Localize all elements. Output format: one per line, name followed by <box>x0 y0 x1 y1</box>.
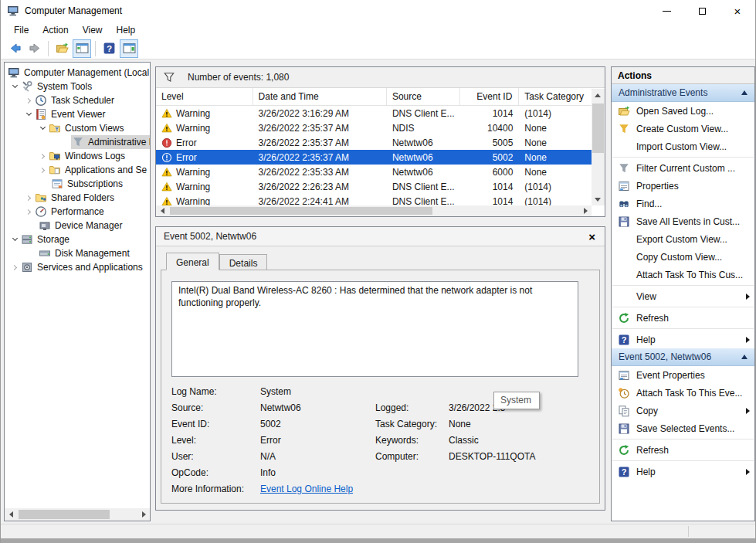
action-find[interactable]: Find... <box>612 195 754 212</box>
expander-open-icon[interactable] <box>8 233 21 246</box>
scroll-left-icon[interactable] <box>5 508 17 521</box>
tree-item-system-tools[interactable]: System Tools <box>5 80 150 93</box>
collapse-section-icon[interactable] <box>741 355 748 359</box>
funnel-icon <box>618 123 630 135</box>
action-open-saved-log[interactable]: Open Saved Log... <box>612 102 754 120</box>
expander-closed-icon[interactable] <box>8 261 21 273</box>
tree-item-storage[interactable]: Storage <box>5 232 150 246</box>
storage-icon <box>21 233 33 246</box>
action-refresh[interactable]: Refresh <box>612 309 754 327</box>
column-task-category[interactable]: Task Category <box>519 88 592 105</box>
action-import-custom-view[interactable]: Import Custom View... <box>612 137 754 155</box>
action-save-all-events[interactable]: Save All Events in Cust... <box>612 212 754 230</box>
tree-item-computer-management[interactable]: Computer Management (Local <box>5 66 150 80</box>
menu-file[interactable]: File <box>7 22 36 38</box>
help-icon <box>618 334 630 346</box>
action-filter-current-custom-view[interactable]: Filter Current Custom ... <box>612 159 754 177</box>
help-button[interactable] <box>100 39 118 58</box>
column-level[interactable]: Level <box>156 88 253 105</box>
scroll-right-icon[interactable] <box>579 205 592 217</box>
column-source[interactable]: Source <box>387 88 460 105</box>
column-date-time[interactable]: Date and Time <box>253 88 387 105</box>
expander-closed-icon[interactable] <box>22 205 35 218</box>
forward-button[interactable] <box>25 39 44 58</box>
tree-item-subscriptions[interactable]: Subscriptions <box>5 177 150 191</box>
tree-item-shared-folders[interactable]: Shared Folders <box>5 191 150 205</box>
action-properties[interactable]: Properties <box>612 177 754 195</box>
event-row[interactable]: Warning 3/26/2022 3:16:29 AM DNS Client … <box>156 106 592 120</box>
close-detail-icon[interactable]: × <box>588 231 595 243</box>
action-attach-task-to-custom-view[interactable]: Attach Task To This Cus... <box>612 266 754 283</box>
tree-item-windows-logs[interactable]: Windows Logs <box>5 149 150 163</box>
expander-closed-icon[interactable] <box>36 150 49 162</box>
tree-item-task-scheduler[interactable]: Task Scheduler <box>5 93 150 107</box>
event-row[interactable]: Warning 3/26/2022 2:26:23 AM DNS Client … <box>156 179 592 194</box>
detail-title-text: Event 5002, Netwtw06 <box>164 231 256 242</box>
scrollbar-thumb[interactable] <box>170 207 432 215</box>
action-help[interactable]: Help <box>612 331 754 348</box>
tree-item-event-viewer[interactable]: Event Viewer <box>5 107 150 121</box>
expander-closed-icon[interactable] <box>36 164 49 176</box>
collapse-section-icon[interactable] <box>741 90 748 95</box>
expander-open-icon[interactable] <box>36 122 49 134</box>
scrollbar-thumb[interactable] <box>592 104 604 153</box>
tree-item-disk-management[interactable]: Disk Management <box>5 246 150 260</box>
event-row[interactable]: Warning 3/26/2022 2:35:37 AM NDIS 10400 … <box>156 120 592 135</box>
scroll-left-icon[interactable] <box>156 205 168 217</box>
close-button[interactable]: × <box>720 0 755 22</box>
action-save-selected-events[interactable]: Save Selected Events... <box>612 419 754 437</box>
windows-logs-icon <box>49 150 61 162</box>
tree-item-administrative-events[interactable]: Administrative E <box>5 135 150 149</box>
event-log-online-help-link[interactable]: Event Log Online Help <box>260 484 353 494</box>
scroll-up-icon[interactable] <box>592 89 604 101</box>
actions-separator <box>612 328 754 329</box>
no-icon <box>618 290 630 303</box>
expander-closed-icon[interactable] <box>22 192 35 204</box>
minimize-button[interactable] <box>649 0 684 22</box>
menu-action[interactable]: Action <box>36 22 75 38</box>
section-header-administrative-events[interactable]: Administrative Events <box>612 84 754 102</box>
show-console-tree-button[interactable] <box>73 39 91 58</box>
action-refresh-event[interactable]: Refresh <box>612 441 754 459</box>
tree-horizontal-scrollbar[interactable] <box>5 508 150 521</box>
scroll-right-icon[interactable] <box>137 508 150 521</box>
event-row[interactable]: Warning 3/26/2022 2:35:33 AM Netwtw06 60… <box>156 165 592 179</box>
expander-closed-icon[interactable] <box>22 94 35 107</box>
save-icon <box>618 423 630 435</box>
open-saved-log-button[interactable] <box>53 39 71 58</box>
show-action-pane-button[interactable] <box>120 39 138 58</box>
tab-general[interactable]: General <box>166 253 219 270</box>
action-event-properties[interactable]: Event Properties <box>612 366 754 384</box>
expander-open-icon[interactable] <box>22 108 35 120</box>
menu-help[interactable]: Help <box>110 22 143 38</box>
field-value: N/A <box>260 451 276 462</box>
action-view[interactable]: View <box>612 287 754 305</box>
maximize-button[interactable] <box>684 0 720 22</box>
tree-item-device-manager[interactable]: Device Manager <box>5 219 150 232</box>
action-help-event[interactable]: Help <box>612 463 754 480</box>
tree-item-services-and-applications[interactable]: Services and Applications <box>5 260 150 274</box>
event-row-selected[interactable]: Error 3/26/2022 2:35:37 AM Netwtw06 5002… <box>156 150 592 165</box>
scrollbar-thumb[interactable] <box>19 510 110 519</box>
tree-item-applications-and-services[interactable]: Applications and Se <box>5 163 150 177</box>
event-row[interactable]: Error 3/26/2022 2:35:37 AM Netwtw06 5005… <box>156 135 592 150</box>
action-copy[interactable]: Copy <box>612 402 754 419</box>
event-list-horizontal-scrollbar[interactable] <box>156 205 592 216</box>
action-export-custom-view[interactable]: Export Custom View... <box>612 230 754 248</box>
tree-item-performance[interactable]: Performance <box>5 205 150 219</box>
back-button[interactable] <box>5 39 24 58</box>
menu-view[interactable]: View <box>76 22 110 38</box>
system-tooltip: System <box>493 392 540 409</box>
expander-open-icon[interactable] <box>8 80 21 93</box>
tree-item-custom-views[interactable]: Custom Views <box>5 121 150 135</box>
event-list-vertical-scrollbar[interactable] <box>592 89 605 205</box>
scroll-down-icon[interactable] <box>592 193 604 205</box>
action-copy-custom-view[interactable]: Copy Custom View... <box>612 248 754 266</box>
tab-details[interactable]: Details <box>219 254 268 270</box>
actions-separator <box>612 307 754 307</box>
event-message-box[interactable]: Intel(R) Dual Band Wireless-AC 8260 : Ha… <box>171 281 578 377</box>
column-event-id[interactable]: Event ID <box>460 88 520 105</box>
action-attach-task-to-event[interactable]: Attach Task To This Eve... <box>612 384 754 402</box>
section-header-event-5002[interactable]: Event 5002, Netwtw06 <box>612 348 754 366</box>
action-create-custom-view[interactable]: Create Custom View... <box>612 120 754 137</box>
